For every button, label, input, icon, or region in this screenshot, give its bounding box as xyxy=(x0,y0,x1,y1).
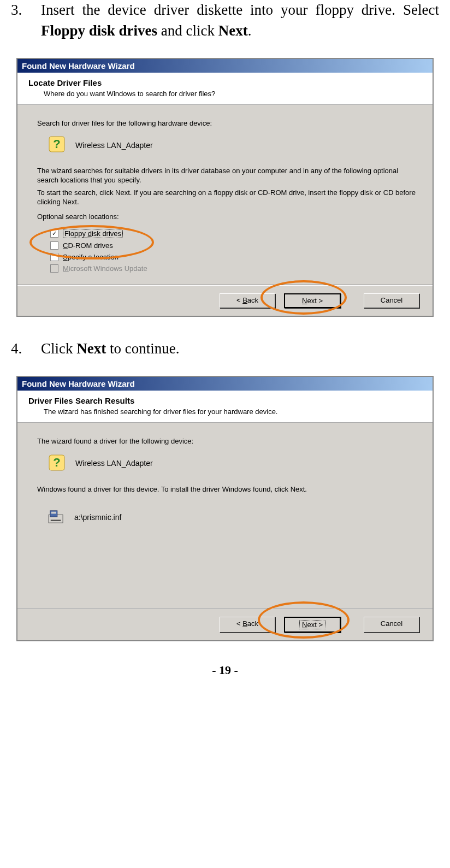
dialog-heading: Driver Files Search Results xyxy=(28,396,422,405)
option-label: Specify a location xyxy=(63,253,119,261)
question-icon: ? xyxy=(48,454,66,473)
option-windows-update: Microsoft Windows Update xyxy=(50,263,416,274)
dialog-body: Search for driver files for the followin… xyxy=(17,105,433,285)
device-row: ? Wireless LAN_Adapter xyxy=(48,135,416,155)
option-label: Microsoft Windows Update xyxy=(63,264,147,273)
back-button[interactable]: < Back xyxy=(220,617,275,633)
next-button[interactable]: Next > xyxy=(284,293,341,308)
step-bold: Next xyxy=(76,340,106,357)
back-button[interactable]: < Back xyxy=(220,293,275,308)
svg-rect-7 xyxy=(51,519,61,521)
wizard-dialog-locate-driver: Found New Hardware Wizard Locate Driver … xyxy=(16,58,434,317)
option-label: Floppy disk drives xyxy=(64,229,121,238)
body-text: Windows found a driver for this device. … xyxy=(37,485,416,494)
dialog-subheading: Where do you want Windows to search for … xyxy=(44,90,422,98)
device-name: Wireless LAN_Adapter xyxy=(75,459,153,468)
button-bar: < Back Next > Cancel xyxy=(17,609,433,640)
step-text: to continue. xyxy=(106,340,179,357)
step-3: 3. Insert the device driver diskette int… xyxy=(11,0,439,42)
dialog-titlebar: Found New Hardware Wizard xyxy=(17,377,433,391)
checkbox-icon[interactable] xyxy=(50,253,58,261)
body-text: To start the search, click Next. If you … xyxy=(37,188,416,207)
dialog-titlebar: Found New Hardware Wizard xyxy=(17,59,433,73)
step-text: . xyxy=(248,22,252,39)
svg-text:?: ? xyxy=(53,137,60,151)
device-row: ? Wireless LAN_Adapter xyxy=(48,454,416,473)
wizard-dialog-search-results: Found New Hardware Wizard Driver Files S… xyxy=(16,376,434,641)
svg-rect-5 xyxy=(50,510,57,516)
step-text: Insert the device driver diskette into y… xyxy=(41,2,439,18)
dialog-header: Driver Files Search Results The wizard h… xyxy=(17,391,433,423)
step-body: Click Next to continue. xyxy=(41,339,439,359)
checkbox-checked-icon[interactable]: ✓ xyxy=(50,229,58,238)
floppy-drive-icon xyxy=(48,510,64,525)
dialog-subheading: The wizard has finished searching for dr… xyxy=(44,408,422,416)
question-icon: ? xyxy=(48,135,66,155)
body-text: The wizard searches for suitable drivers… xyxy=(37,167,416,185)
step-text: Click xyxy=(41,340,76,357)
option-floppy[interactable]: ✓ Floppy disk drives xyxy=(50,227,416,240)
options-list: ✓ Floppy disk drives CD-ROM drives Speci… xyxy=(50,227,416,274)
page-number: - 19 - xyxy=(11,663,439,677)
step-bold: Floppy disk drives xyxy=(41,22,157,39)
dialog-body: The wizard found a driver for the follow… xyxy=(17,423,433,609)
dialog-heading: Locate Driver Files xyxy=(28,78,422,87)
device-name: Wireless LAN_Adapter xyxy=(75,141,153,150)
step-number: 3. xyxy=(11,0,41,42)
button-bar: < Back Next > Cancel xyxy=(17,285,433,316)
svg-text:?: ? xyxy=(53,456,60,469)
checkbox-icon[interactable] xyxy=(50,241,58,250)
optional-label: Optional search locations: xyxy=(37,212,416,222)
cancel-button[interactable]: Cancel xyxy=(364,293,419,308)
option-specify-location[interactable]: Specify a location xyxy=(50,251,416,263)
driver-path-row: a:\prismnic.inf xyxy=(48,510,416,525)
checkbox-disabled-icon xyxy=(50,264,58,273)
step-body: Insert the device driver diskette into y… xyxy=(41,0,439,42)
cancel-button[interactable]: Cancel xyxy=(364,617,419,633)
body-text: The wizard found a driver for the follow… xyxy=(37,437,416,446)
driver-path: a:\prismnic.inf xyxy=(74,513,121,522)
svg-rect-6 xyxy=(51,511,56,513)
step-text: and click xyxy=(157,22,218,39)
option-label: CD-ROM drives xyxy=(63,241,113,250)
step-bold: Next xyxy=(218,22,248,39)
step-4: 4. Click Next to continue. xyxy=(11,339,439,359)
option-cdrom[interactable]: CD-ROM drives xyxy=(50,240,416,251)
next-button[interactable]: Next > xyxy=(284,617,341,633)
dialog-header: Locate Driver Files Where do you want Wi… xyxy=(17,73,433,105)
body-text: Search for driver files for the followin… xyxy=(37,119,416,128)
step-number: 4. xyxy=(11,339,41,359)
